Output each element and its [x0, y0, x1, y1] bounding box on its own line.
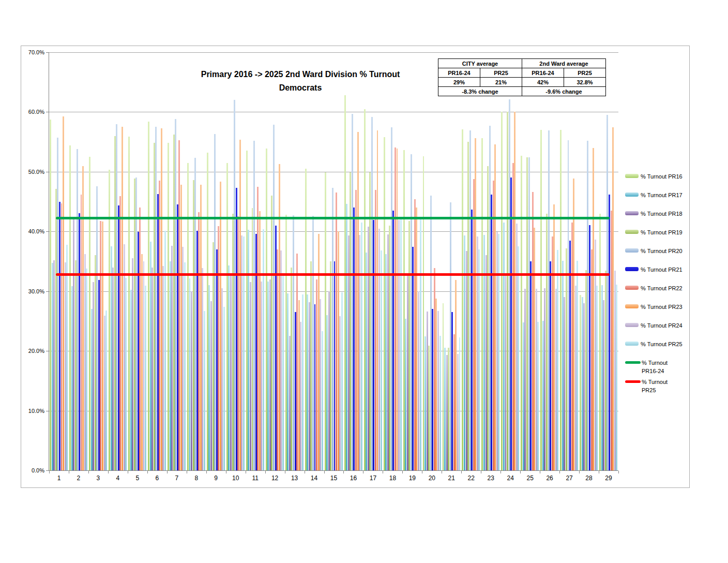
bar--turnout-pr25-div21 [459, 337, 461, 470]
bar--turnout-pr23-div18 [397, 149, 398, 470]
y-axis-tick [46, 411, 49, 411]
bar--turnout-pr25-div4 [125, 278, 127, 470]
bar--turnout-pr23-div8 [200, 185, 202, 470]
bar--turnout-pr24-div9 [221, 288, 223, 470]
x-axis-tick [49, 471, 50, 473]
y-axis-tick [46, 172, 49, 172]
bar--turnout-pr17-div19 [405, 319, 406, 470]
x-axis-tick [147, 471, 148, 473]
bar--turnout-pr18-div19 [407, 273, 408, 470]
legend-label: % Turnout PR16-24 [642, 359, 678, 375]
y-axis-label: 40.0% [28, 228, 44, 234]
bar--turnout-pr19-div27 [566, 248, 567, 470]
bar--turnout-pr20-div17 [371, 117, 373, 470]
bar--turnout-pr23-div11 [259, 211, 261, 470]
bar--turnout-pr17-div12 [267, 282, 269, 470]
x-axis-tick [461, 471, 462, 473]
legend-item: % Turnout PR16 [625, 172, 687, 181]
legend-item: % Turnout PR16-24 [625, 359, 687, 375]
legend-swatch-icon [625, 304, 639, 308]
legend-swatch-icon [625, 267, 639, 271]
bar--turnout-pr23-div14 [318, 234, 320, 470]
legend-label: % Turnout PR25 [642, 378, 678, 394]
x-axis-label: 9 [214, 475, 218, 482]
bar--turnout-pr23-div24 [514, 112, 515, 470]
x-axis-tick [442, 471, 442, 473]
bar--turnout-pr22-div2 [81, 195, 82, 470]
bar--turnout-pr23-div6 [161, 128, 162, 470]
legend-label: % Turnout PR19 [641, 228, 682, 236]
x-axis-label: 2 [77, 475, 81, 482]
bar--turnout-pr24-div27 [575, 286, 577, 470]
bar--turnout-pr16-div1 [50, 120, 51, 470]
bar--turnout-pr22-div17 [375, 190, 376, 471]
legend-swatch-icon [625, 211, 639, 215]
bar--turnout-pr19-div28 [585, 270, 587, 470]
bar--turnout-pr25-div28 [596, 286, 598, 470]
x-axis-tick [402, 471, 403, 473]
bar--turnout-pr17-div9 [208, 285, 210, 470]
bar--turnout-pr17-div1 [52, 263, 53, 470]
bar--turnout-pr22-div22 [473, 179, 475, 470]
bar--turnout-pr20-div11 [253, 141, 255, 470]
bar--turnout-pr19-div25 [526, 157, 528, 470]
screenshot-canvas: Primary 2016 -> 2025 2nd Ward Division %… [0, 0, 728, 563]
gridline [49, 172, 618, 172]
x-axis-label: 10 [232, 475, 239, 482]
bar--turnout-pr22-div13 [296, 254, 298, 470]
x-axis-tick [501, 471, 501, 473]
bar--turnout-pr16-div19 [403, 150, 405, 470]
bar--turnout-pr24-div4 [124, 244, 125, 470]
x-axis-tick [383, 471, 383, 473]
bar--turnout-pr17-div17 [366, 253, 367, 470]
y-axis-label: 70.0% [28, 49, 44, 55]
chart-frame: Primary 2016 -> 2025 2nd Ward Division %… [21, 46, 690, 488]
bar--turnout-pr25-div19 [420, 218, 421, 470]
bar--turnout-pr24-div3 [104, 316, 105, 470]
bar--turnout-pr22-div21 [453, 334, 455, 470]
bar--turnout-pr20-div5 [135, 177, 137, 470]
x-axis-label: 1 [57, 475, 61, 482]
bar--turnout-pr18-div2 [73, 219, 74, 470]
x-axis-label: 12 [271, 475, 278, 482]
bar--turnout-pr18-div1 [53, 260, 55, 470]
bar--turnout-pr17-div13 [287, 293, 289, 470]
x-axis-label: 7 [175, 475, 178, 482]
legend-line-icon [625, 361, 641, 364]
bar--turnout-pr22-div16 [355, 190, 357, 471]
bar--turnout-pr23-div28 [593, 148, 594, 470]
bar--turnout-pr17-div26 [542, 321, 544, 470]
x-axis-label: 29 [605, 475, 612, 482]
bar--turnout-pr18-div6 [151, 268, 153, 470]
bar--turnout-pr22-div10 [237, 216, 239, 470]
bar--turnout-pr16-div29 [599, 214, 601, 470]
bar--turnout-pr20-div26 [548, 130, 550, 470]
legend-swatch-icon [625, 192, 639, 197]
bar--turnout-pr18-div12 [269, 279, 271, 470]
bar--turnout-pr24-div19 [418, 291, 419, 470]
x-axis-tick [88, 471, 89, 473]
bar--turnout-pr18-div27 [564, 297, 565, 470]
bar--turnout-pr25-div5 [145, 286, 146, 470]
bar--turnout-pr21-div24 [510, 177, 512, 470]
bar--turnout-pr17-div11 [248, 230, 249, 470]
bar--turnout-pr25-div20 [439, 336, 441, 470]
legend-swatch-icon [625, 248, 639, 253]
bar--turnout-pr23-div9 [220, 182, 221, 470]
bar--turnout-pr22-div9 [218, 226, 219, 470]
avg-line-pr16-24 [56, 217, 610, 219]
x-axis-tick [167, 471, 168, 473]
legend-swatch-icon [625, 286, 639, 290]
bar--turnout-pr19-div6 [154, 143, 155, 470]
bar--turnout-pr16-div28 [580, 295, 581, 470]
bar--turnout-pr24-div23 [496, 232, 498, 470]
bar--turnout-pr19-div21 [448, 348, 449, 470]
x-axis-tick [481, 471, 481, 473]
bar--turnout-pr18-div14 [309, 302, 310, 471]
legend-label: % Turnout PR16 [641, 172, 682, 181]
bar--turnout-pr20-div22 [469, 130, 471, 470]
bar--turnout-pr18-div8 [191, 291, 192, 470]
bar--turnout-pr21-div4 [118, 205, 119, 471]
bar--turnout-pr20-div25 [528, 157, 530, 470]
bar--turnout-pr17-div8 [189, 278, 191, 470]
